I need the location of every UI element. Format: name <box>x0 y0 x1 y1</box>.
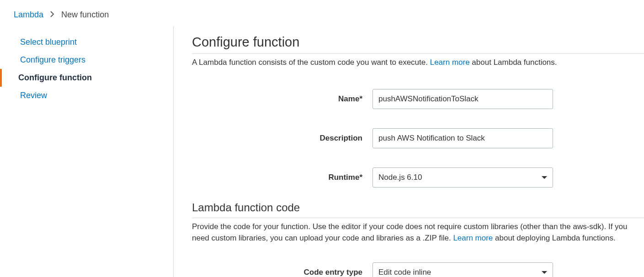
sidebar-item-configure-function[interactable]: Configure function <box>0 69 173 87</box>
sidebar-item-review[interactable]: Review <box>0 87 173 105</box>
main-content: Configure function A Lambda function con… <box>174 26 644 277</box>
code-entry-type-value: Edit code inline <box>378 268 431 277</box>
code-desc-text-2: about deploying Lambda functions. <box>493 234 615 242</box>
code-section-title: Lambda function code <box>192 201 644 214</box>
divider <box>192 53 644 54</box>
name-label: Name* <box>192 94 373 104</box>
learn-more-code-link[interactable]: Learn more <box>453 234 493 242</box>
learn-more-link[interactable]: Learn more <box>430 58 470 67</box>
caret-down-icon <box>542 271 547 274</box>
breadcrumb: Lambda New function <box>0 0 644 26</box>
breadcrumb-current: New function <box>61 10 109 19</box>
chevron-right-icon <box>50 10 54 20</box>
code-section-description: Provide the code for your function. Use … <box>192 221 644 244</box>
description-label: Description <box>192 134 373 143</box>
desc-text-1: A Lambda function consists of the custom… <box>192 58 430 67</box>
caret-down-icon <box>542 176 547 179</box>
sidebar-item-select-blueprint[interactable]: Select blueprint <box>0 33 173 51</box>
code-entry-type-label: Code entry type <box>192 268 373 277</box>
runtime-select[interactable]: Node.js 6.10 <box>373 167 553 188</box>
description-input[interactable] <box>373 128 553 148</box>
runtime-label: Runtime* <box>192 173 373 182</box>
wizard-sidebar: Select blueprint Configure triggers Conf… <box>0 26 174 277</box>
sidebar-item-configure-triggers[interactable]: Configure triggers <box>0 51 173 69</box>
divider <box>192 218 644 218</box>
name-input[interactable] <box>373 89 553 109</box>
page-title: Configure function <box>192 35 644 50</box>
desc-text-2: about Lambda functions. <box>470 58 557 67</box>
breadcrumb-lambda-link[interactable]: Lambda <box>14 10 43 19</box>
runtime-value: Node.js 6.10 <box>378 173 422 182</box>
code-entry-type-select[interactable]: Edit code inline <box>373 262 553 277</box>
section-description: A Lambda function consists of the custom… <box>192 57 644 68</box>
